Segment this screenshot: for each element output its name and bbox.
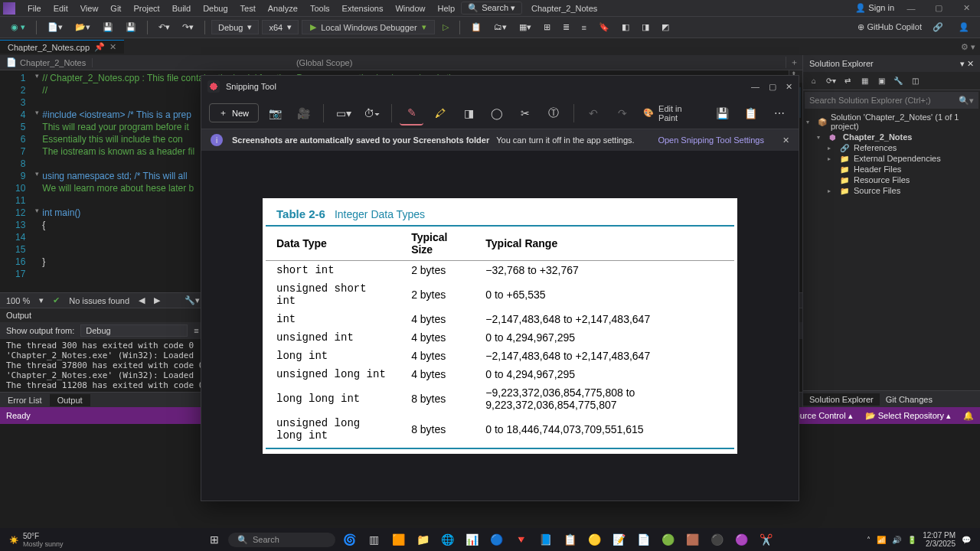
app-icon[interactable]: ⚫ [706, 529, 727, 550]
menu-analyze[interactable]: Analyze [262, 2, 304, 15]
tree-references[interactable]: References [854, 143, 897, 152]
signin-link[interactable]: 👤 Sign in [855, 3, 894, 13]
snip-more-icon[interactable]: ⋯ [767, 101, 791, 126]
snip-redo-icon[interactable]: ↷ [610, 101, 634, 126]
toolbar-icon[interactable]: ◨ [637, 21, 654, 34]
properties-icon[interactable]: 🔧 [892, 75, 904, 87]
solexp-options-icon[interactable]: ▾ ✕ [960, 59, 974, 69]
tab-overflow-icon[interactable]: ⚙ ▾ [956, 42, 980, 52]
solexp-search[interactable]: Search Solution Explorer (Ctrl+;) 🔍▾ [805, 92, 978, 109]
app-icon[interactable]: 📋 [559, 529, 580, 550]
solution-tree[interactable]: ▾📦Solution 'Chapter_2_Notes' (1 of 1 pro… [803, 110, 980, 390]
file-explorer-icon[interactable]: 📁 [412, 529, 433, 550]
nav-back-button[interactable]: ◉ ▾ [6, 21, 30, 34]
menu-git[interactable]: Git [104, 2, 127, 15]
fold-gutter[interactable]: ▾▾▾▾ [31, 70, 42, 292]
app-icon[interactable]: 📊 [461, 529, 482, 550]
menu-help[interactable]: Help [432, 2, 462, 15]
nav-next-icon[interactable]: ▶ [154, 295, 160, 305]
toolbar-icon[interactable]: ◩ [657, 21, 674, 34]
app-icon[interactable]: 🔵 [485, 529, 507, 550]
solution-node[interactable]: Solution 'Chapter_2_Notes' (1 of 1 proje… [831, 112, 977, 131]
start-button[interactable]: ⊞ [204, 529, 225, 550]
snip-copy-icon[interactable]: 📋 [739, 101, 763, 126]
file-scope-dropdown[interactable]: 📄 Chapter_2_Notes [0, 57, 92, 67]
sync-icon[interactable]: ⇄ [841, 75, 854, 87]
nav-prev-icon[interactable]: ◀ [139, 295, 145, 305]
menu-debug[interactable]: Debug [197, 2, 234, 15]
start-without-debugging-button[interactable]: ▷ [438, 21, 453, 34]
new-vertical-tab-icon[interactable]: ＋ [786, 57, 802, 68]
app-icon[interactable]: 🔻 [510, 529, 531, 550]
config-dropdown[interactable]: Debug▾ [211, 20, 259, 34]
tools-icon[interactable]: 🔧▾ [185, 295, 200, 305]
chevron-up-icon[interactable]: ˄ [867, 536, 871, 544]
select-repository[interactable]: 📂 Select Repository ▴ [865, 411, 951, 421]
task-view-icon[interactable]: ▥ [363, 529, 384, 550]
snip-titlebar[interactable]: Snipping Tool — ▢ ✕ [201, 76, 799, 97]
edit-in-paint-button[interactable]: 🎨 Edit in Paint [639, 104, 706, 122]
menu-extensions[interactable]: Extensions [336, 2, 390, 15]
menu-view[interactable]: View [74, 2, 105, 15]
output-source-dropdown[interactable]: Debug [80, 324, 188, 337]
app-icon[interactable]: 🟧 [387, 529, 409, 550]
snip-rect-mode-icon[interactable]: ▭▾ [332, 101, 355, 126]
refresh-icon[interactable]: ⟳▾ [825, 75, 837, 87]
tree-source-files[interactable]: Source Files [854, 186, 900, 195]
toolbar-icon[interactable]: 🗂▾ [489, 21, 511, 34]
undo-button[interactable]: ↶▾ [154, 21, 175, 34]
snip-new-button[interactable]: ＋ New [209, 103, 259, 122]
pin-icon[interactable]: 📌 [94, 42, 105, 52]
menu-test[interactable]: Test [234, 2, 262, 15]
snip-delay-icon[interactable]: ⏱▾ [360, 101, 384, 126]
minimize-button[interactable]: — [900, 4, 922, 13]
document-tab[interactable]: Chapter_2_Notes.cpp 📌 ✕ [0, 40, 124, 54]
menu-window[interactable]: Window [389, 2, 431, 15]
zoom-level[interactable]: 100 % [6, 296, 30, 305]
battery-icon[interactable]: 🔋 [907, 536, 916, 544]
menu-file[interactable]: File [21, 2, 47, 15]
clock[interactable]: 12:07 PM 2/3/2025 [923, 531, 956, 548]
visual-studio-icon[interactable]: 🟣 [730, 529, 752, 550]
tab-output[interactable]: Output [50, 394, 90, 406]
app-icon[interactable]: 📘 [534, 529, 556, 550]
collapse-icon[interactable]: ▣ [875, 75, 887, 87]
system-tray[interactable]: ˄ 📶 🔊 🔋 12:07 PM 2/3/2025 💬 [858, 531, 980, 548]
toolbar-icon[interactable]: 🔖 [594, 21, 614, 34]
snip-record-icon[interactable]: 🎥 [292, 101, 315, 126]
close-tab-icon[interactable]: ✕ [109, 42, 116, 52]
close-info-icon[interactable]: ✕ [782, 135, 789, 145]
snip-close-button[interactable]: ✕ [786, 82, 792, 92]
app-icon[interactable]: 📄 [632, 529, 654, 550]
toolbar-icon[interactable]: 📋 [466, 21, 486, 34]
volume-icon[interactable]: 🔊 [892, 536, 901, 544]
toolbar-icon[interactable]: ≣ [558, 21, 574, 34]
wifi-icon[interactable]: 📶 [877, 536, 886, 544]
toolbar-icon[interactable]: ≡ [577, 21, 591, 34]
menubar-search[interactable]: 🔍 Search ▾ [461, 2, 522, 15]
issues-status[interactable]: No issues found [69, 296, 129, 305]
global-scope-dropdown[interactable]: (Global Scope) [92, 58, 556, 67]
notifications-icon[interactable]: 💬 [962, 536, 971, 544]
project-node[interactable]: Chapter_2_Notes [843, 132, 912, 142]
spotify-icon[interactable]: 🟢 [657, 529, 678, 550]
menu-edit[interactable]: Edit [47, 2, 74, 15]
toolbar-icon[interactable]: ▦▾ [514, 21, 536, 34]
snip-text-extract-icon[interactable]: Ⓣ [542, 101, 566, 126]
edge-icon[interactable]: 🌐 [436, 529, 458, 550]
open-settings-link[interactable]: Open Snipping Tool Settings [658, 135, 764, 145]
menu-build[interactable]: Build [166, 2, 197, 15]
menu-tools[interactable]: Tools [304, 2, 336, 15]
preview-icon[interactable]: ◫ [909, 75, 921, 87]
toolbar-icon[interactable]: ◧ [617, 21, 634, 34]
snipping-tool-taskbar-icon[interactable]: ✂️ [755, 529, 776, 550]
new-item-button[interactable]: 📄▾ [43, 21, 67, 34]
copilot-taskbar-icon[interactable]: 🌀 [338, 529, 360, 550]
account-button[interactable]: 👤 [954, 21, 974, 34]
close-button[interactable]: ✕ [956, 3, 977, 13]
snip-canvas[interactable]: Table 2-6 Integer Data Types Data Type T… [201, 151, 799, 500]
weather-widget[interactable]: ☀️ 50°FMostly sunny [0, 532, 73, 548]
tab-solution-explorer[interactable]: Solution Explorer [803, 393, 880, 406]
tab-git-changes[interactable]: Git Changes [880, 393, 939, 406]
app-icon[interactable]: 📝 [608, 529, 629, 550]
